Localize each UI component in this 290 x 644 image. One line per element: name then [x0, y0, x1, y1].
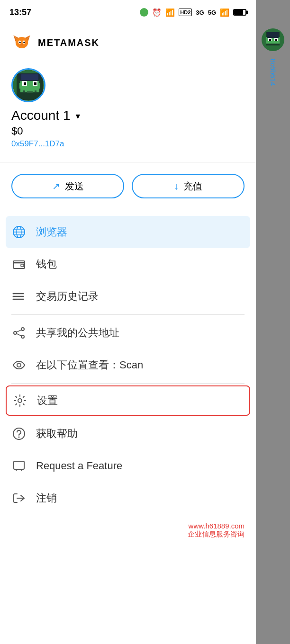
menu-item-help[interactable]: 获取帮助: [0, 418, 256, 450]
view-label: 在以下位置查看：Scan: [36, 358, 143, 372]
logout-icon: [11, 491, 27, 506]
svg-rect-26: [27, 91, 33, 93]
history-label: 交易历史记录: [36, 289, 99, 304]
browser-label: 浏览器: [36, 225, 67, 239]
watermark-url: www.h61889.com: [11, 522, 245, 530]
svg-point-46: [21, 328, 24, 331]
3g-badge: 3G: [196, 9, 204, 16]
metamask-logo: [11, 32, 32, 53]
svg-point-11: [19, 42, 21, 43]
menu-section: 浏览器 钱包: [0, 212, 256, 518]
watermark: www.h61889.com 企业信息服务咨询: [0, 518, 256, 546]
svg-point-43: [13, 293, 14, 295]
send-icon: ↗: [52, 180, 60, 192]
divider-2: [0, 210, 256, 210]
receive-label: 充值: [183, 180, 202, 193]
menu-item-browser[interactable]: 浏览器: [6, 216, 250, 248]
svg-rect-65: [269, 39, 271, 41]
send-label: 发送: [65, 180, 84, 193]
menu-item-feature[interactable]: Request a Feature: [0, 450, 256, 482]
svg-line-49: [17, 330, 21, 332]
help-icon: [11, 426, 27, 441]
status-time: 13:57: [9, 8, 31, 18]
account-dropdown-icon: ▼: [74, 112, 82, 121]
battery-icon: [233, 9, 246, 16]
divider-3: [11, 314, 245, 315]
app-title: METAMASK: [38, 37, 100, 48]
receive-button[interactable]: ↓ 充值: [132, 174, 245, 198]
svg-point-44: [13, 296, 14, 297]
menu-item-logout[interactable]: 注销: [0, 482, 256, 514]
settings-label: 设置: [37, 394, 58, 408]
svg-rect-25: [23, 90, 25, 92]
alarm-icon: ⏰: [152, 8, 162, 17]
logout-label: 注销: [36, 491, 57, 505]
menu-item-view[interactable]: 在以下位置查看：Scan: [0, 349, 256, 381]
watermark-desc: 企业信息服务咨询: [11, 530, 245, 539]
wifi-icon: 📶: [165, 8, 175, 17]
feature-label: Request a Feature: [36, 460, 122, 472]
wallet-label: 钱包: [36, 257, 57, 271]
svg-rect-23: [24, 82, 26, 85]
svg-rect-27: [35, 90, 36, 92]
svg-point-13: [20, 44, 24, 45]
svg-point-51: [17, 363, 21, 367]
action-buttons: ↗ 发送 ↓ 充值: [0, 164, 256, 208]
svg-rect-38: [21, 264, 24, 267]
account-address[interactable]: 0x59F7...1D7a: [11, 139, 245, 149]
signal-icon: 📶: [220, 8, 229, 17]
divider-4: [11, 383, 245, 384]
svg-line-50: [17, 334, 21, 336]
svg-point-48: [21, 335, 24, 338]
avatar-small[interactable]: [262, 28, 284, 51]
send-button[interactable]: ↗ 发送: [11, 174, 124, 198]
status-icons: ⏰ 📶 HD2 3G 5G 📶: [140, 8, 246, 17]
app-header: METAMASK: [0, 25, 256, 61]
account-name-row[interactable]: Account 1 ▼: [11, 108, 245, 123]
svg-point-54: [18, 437, 20, 438]
hd2-badge: HD2: [179, 9, 192, 16]
svg-point-12: [23, 42, 25, 43]
account-name: Account 1: [11, 108, 71, 123]
divider-1: [0, 162, 256, 162]
right-panel: 8c6b614: [256, 0, 290, 644]
svg-rect-66: [275, 39, 277, 41]
5g-badge: 5G: [208, 9, 216, 16]
account-balance: $0: [11, 125, 245, 137]
svg-point-45: [13, 299, 14, 300]
share-label: 共享我的公共地址: [36, 326, 119, 340]
svg-rect-30: [21, 74, 38, 80]
menu-item-settings[interactable]: 设置: [7, 386, 249, 415]
wallet-icon: [11, 257, 27, 272]
receive-icon: ↓: [174, 181, 179, 192]
svg-rect-55: [14, 461, 24, 469]
menu-item-history[interactable]: 交易历史记录: [0, 280, 256, 313]
browser-icon: [11, 224, 27, 240]
side-link-text: 8c6b614: [269, 59, 277, 86]
share-icon: [11, 325, 27, 340]
account-section: Account 1 ▼ $0 0x59F7...1D7a: [0, 61, 256, 160]
settings-icon: [12, 393, 27, 408]
account-avatar[interactable]: [11, 68, 45, 102]
svg-rect-67: [267, 32, 279, 38]
help-label: 获取帮助: [36, 427, 78, 441]
eye-icon: [11, 358, 27, 373]
menu-item-share[interactable]: 共享我的公共地址: [0, 317, 256, 349]
menu-item-wallet[interactable]: 钱包: [0, 248, 256, 280]
svg-rect-24: [34, 82, 36, 85]
svg-point-47: [14, 331, 17, 334]
green-dot-icon: [140, 8, 148, 17]
settings-wrapper: 设置: [6, 385, 250, 416]
svg-point-8: [16, 37, 28, 48]
history-icon: [11, 289, 27, 304]
svg-point-52: [18, 399, 22, 402]
feature-icon: [11, 458, 27, 474]
status-bar: 13:57 ⏰ 📶 HD2 3G 5G 📶: [0, 0, 256, 25]
